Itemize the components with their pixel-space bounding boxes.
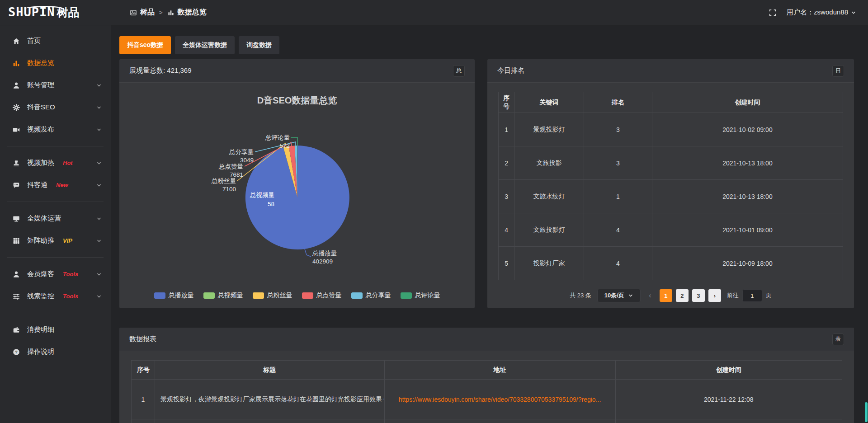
next-page-button[interactable]: › [708,289,721,302]
goto-page: 前往 页 [727,289,772,302]
breadcrumb-item-home[interactable]: 树品 [130,8,155,17]
prev-page-button[interactable]: ‹ [646,291,654,300]
page-button-3[interactable]: 3 [692,289,705,302]
column-header: 地址 [384,361,615,380]
gear-icon [12,103,20,112]
video-icon [12,126,20,134]
stamp-icon [12,159,20,167]
sidebar-item-label: 操作说明 [27,348,54,356]
legend-swatch [253,292,264,299]
sidebar-item-media[interactable]: 全媒体运营 [0,207,111,230]
tab-0[interactable]: 抖音seo数据 [119,36,171,54]
sidebar-item-account[interactable]: 账号管理 [0,74,111,96]
ranking-table: 序号关键词排名创建时间 1景观投影灯32021-10-02 09:002文旅投影… [498,92,843,280]
day-badge-button[interactable]: 日 [832,65,844,77]
legend-item-总评论量[interactable]: 总评论量 [401,291,440,300]
topbar: SHUPIN 树品 树品 > 数据总览 用户名：zswodun88 [0,0,868,25]
breadcrumb-separator: > [159,9,163,16]
person-icon [12,270,20,278]
scrollbar-thumb[interactable] [865,402,868,422]
table-cell: 3 [584,113,652,146]
legend-label: 总播放量 [169,291,194,300]
ranking-table-head: 序号关键词排名创建时间 [499,92,843,113]
legend-item-总粉丝量[interactable]: 总粉丝量 [253,291,292,300]
overview-panel: 展现量总数: 421,369 总 总播放量402909总视频量58总粉丝量710… [119,59,475,308]
chevron-down-icon [96,160,102,166]
sidebar-item-label: 会员爆客 [27,270,54,278]
sidebar-item-label: 抖客通 [27,181,47,189]
table-cell: 3 [584,146,652,180]
pie-label-value: 7681 [230,171,243,178]
sidebar-item-tag: Hot [63,160,73,166]
ranking-panel: 今日排名 日 序号关键词排名创建时间 1景观投影灯32021-10-02 09:… [487,59,854,308]
report-panel-title: 数据报表 [129,335,156,343]
table-cell: 2021-10-02 09:00 [652,113,843,146]
page-button-1[interactable]: 1 [660,289,672,302]
breadcrumb-item-overview[interactable]: 数据总览 [167,8,207,17]
page-size-select[interactable]: 10条/页 [597,289,641,302]
sidebar-item-consume[interactable]: 消费明细 [0,319,111,341]
report-panel: 数据报表 表 序号标题地址创建时间 1 景观投影灯，夜游景观投影灯厂家展示展示落… [119,328,854,423]
table-cell: 2021-11-22 12:08 [615,380,842,419]
column-header: 序号 [499,92,514,113]
sidebar-item-member[interactable]: 会员爆客Tools [0,263,111,285]
chevron-down-icon [96,238,102,244]
sidebar-divider [7,146,104,146]
tab-2[interactable]: 询盘数据 [239,36,279,54]
table-cell: 2021-10-13 18:00 [652,180,843,213]
ranking-panel-header: 今日排名 日 [487,59,854,83]
legend-item-总分享量[interactable]: 总分享量 [351,291,391,300]
goto-page-input[interactable] [742,289,762,302]
legend-item-总视频量[interactable]: 总视频量 [203,291,243,300]
sidebar-item-publish[interactable]: 视频发布 [0,118,111,141]
table-row: 1 景观投影灯，夜游景观投影灯厂家展示展示落花灯在花园里的灯光投影应用效果 # … [132,380,842,419]
sidebar-item-label: 矩阵助推 [27,236,54,245]
column-header: 序号 [132,361,155,380]
table-cell: 文旅水纹灯 [514,180,584,213]
chevron-down-icon [96,294,102,299]
chevron-down-icon [96,105,102,110]
username-menu[interactable]: 用户名：zswodun88 [787,8,856,17]
legend-swatch [203,292,215,299]
sidebar-item-heat[interactable]: 视频加热Hot [0,152,111,174]
sidebar-item-douketong[interactable]: 抖客通New [0,174,111,196]
sidebar-item-douyin-seo[interactable]: 抖音SEO [0,96,111,118]
table-cell: 投影灯厂家 [514,247,584,280]
column-header: 排名 [584,92,652,113]
legend-label: 总点赞量 [316,291,342,300]
breadcrumb-label: 树品 [140,8,155,17]
report-link[interactable]: https://www.iesdouyin.com/share/video/70… [399,396,601,403]
wallet-icon [12,326,20,334]
pie-label-value: 402909 [312,258,333,265]
report-title-cell: 景观投影灯，夜游景观投影灯厂家展示展示落花灯在花园里的灯光投影应用效果 # [155,380,384,419]
bars-icon [12,59,20,67]
sidebar-divider [7,202,104,202]
sidebar-divider [7,313,104,313]
legend-item-总点赞量[interactable]: 总点赞量 [302,291,342,300]
sidebar-item-help[interactable]: ?操作说明 [0,341,111,363]
table-cell: 景观投影灯 [514,113,584,146]
page-buttons: 123› [660,289,721,302]
tab-1[interactable]: 全媒体运营数据 [175,36,235,54]
chevron-down-icon [96,216,102,221]
sidebar-item-matrix[interactable]: 矩阵助推VIP [0,230,111,252]
legend-item-总播放量[interactable]: 总播放量 [154,291,194,300]
data-source-tabs: 抖音seo数据全媒体运营数据询盘数据 [119,36,279,54]
column-header: 创建时间 [652,92,843,113]
chevron-down-icon [628,293,633,298]
sidebar-item-overview[interactable]: 数据总览 [0,52,111,74]
table-badge-button[interactable]: 表 [832,334,844,345]
app-logo: SHUPIN 树品 [0,5,111,20]
sidebar-item-clue[interactable]: 线索监控Tools [0,285,111,307]
pie-label-value: 3049 [240,157,254,164]
pie-chart-title: D音SEO数据量总览 [119,94,475,107]
username-label: 用户名：zswodun88 [787,8,848,17]
table-row: 2文旅投影32021-10-13 18:00 [499,146,843,180]
sidebar-item-home[interactable]: 首页 [0,30,111,52]
column-header: 关键词 [514,92,584,113]
table-cell: 5 [499,247,514,280]
fullscreen-icon[interactable] [769,9,777,17]
page-button-2[interactable]: 2 [676,289,689,302]
table-cell: 2021-10-13 18:00 [652,146,843,180]
chat-icon [12,181,20,189]
